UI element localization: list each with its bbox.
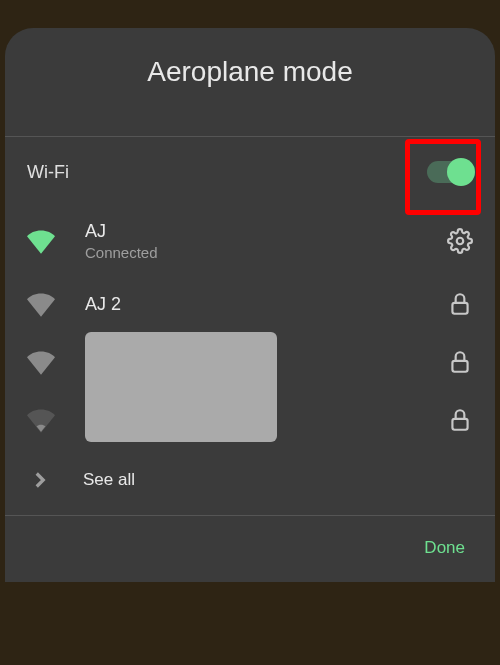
- wifi-signal-low-icon: [27, 406, 55, 434]
- see-all-row[interactable]: See all: [27, 449, 473, 515]
- svg-rect-3: [452, 419, 467, 430]
- wifi-signal-icon: [27, 348, 55, 376]
- done-button[interactable]: Done: [424, 538, 465, 558]
- wifi-signal-icon: [27, 227, 55, 255]
- wifi-signal-icon: [27, 290, 55, 318]
- svg-rect-2: [452, 361, 467, 372]
- network-text: AJ Connected: [85, 221, 447, 261]
- see-all-label: See all: [83, 470, 135, 490]
- network-status: Connected: [85, 244, 447, 261]
- wifi-section-row: Wi-Fi: [5, 137, 495, 207]
- svg-rect-1: [452, 303, 467, 314]
- lock-icon: [447, 349, 473, 375]
- network-name: AJ 2: [85, 294, 447, 315]
- panel-footer: Done: [5, 516, 495, 582]
- panel-title: Aeroplane mode: [5, 56, 495, 88]
- wifi-toggle[interactable]: [427, 161, 473, 183]
- svg-point-0: [457, 238, 464, 245]
- network-text: AJ 2: [85, 294, 447, 315]
- settings-panel: Aeroplane mode Wi-Fi AJ Connected: [5, 28, 495, 582]
- lock-icon: [447, 291, 473, 317]
- network-name: AJ: [85, 221, 447, 242]
- toggle-thumb: [447, 158, 475, 186]
- chevron-right-icon: [27, 467, 53, 493]
- panel-header: Aeroplane mode: [5, 28, 495, 136]
- network-item-aj[interactable]: AJ Connected: [27, 207, 473, 275]
- lock-icon: [447, 407, 473, 433]
- gear-icon[interactable]: [447, 228, 473, 254]
- redacted-overlay: [85, 332, 277, 442]
- network-list: AJ Connected AJ 2: [5, 207, 495, 515]
- wifi-label: Wi-Fi: [27, 162, 69, 183]
- network-item-aj2[interactable]: AJ 2: [27, 275, 473, 333]
